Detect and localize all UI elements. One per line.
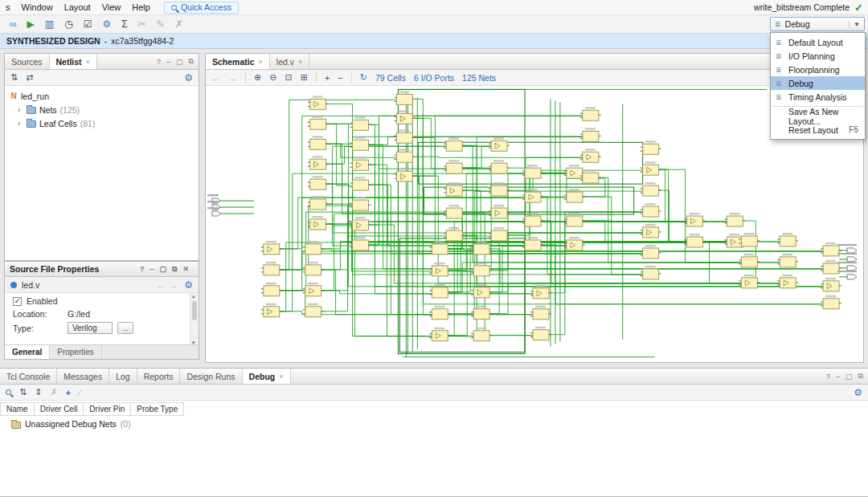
schematic-net[interactable] [549, 212, 643, 335]
unassigned-debug-nets-row[interactable]: Unassigned Debug Nets (0) [0, 416, 868, 429]
schematic-cell[interactable] [491, 230, 507, 241]
schematic-cell[interactable] [305, 265, 321, 275]
schematic-cell[interactable] [823, 246, 839, 256]
schematic-net[interactable] [462, 190, 481, 250]
schematic-output-port[interactable] [847, 266, 857, 271]
schematic-cell[interactable] [264, 307, 280, 317]
schematic-cell[interactable] [396, 132, 412, 143]
schematic-cell[interactable] [310, 179, 326, 189]
tab-close-icon[interactable]: × [298, 58, 302, 66]
run-icon[interactable]: ▶ [27, 19, 35, 29]
tab-reports[interactable]: Reports [137, 369, 181, 384]
schematic-cell[interactable] [727, 216, 743, 226]
delete-icon[interactable]: ✗ [50, 387, 57, 397]
schematic-cell[interactable] [432, 244, 448, 255]
edit-icon[interactable]: ✎ [157, 19, 165, 29]
zoom-selection-icon[interactable]: ⊞ [301, 72, 308, 83]
debug-settings-gear-icon[interactable]: ⚙ [854, 387, 862, 398]
schematic-cell[interactable] [583, 131, 599, 141]
schematic-cell[interactable] [446, 230, 462, 241]
forward-icon[interactable]: → [228, 73, 237, 83]
zoom-in-icon[interactable]: ⊕ [254, 72, 261, 83]
schematic-cell[interactable] [396, 171, 412, 181]
schematic-net[interactable] [369, 245, 643, 254]
schematic-cell[interactable] [525, 216, 541, 226]
menu-item-window[interactable]: Window [16, 2, 59, 12]
tab-schematic[interactable]: Schematic × [206, 54, 270, 69]
schematic-net[interactable] [321, 270, 432, 315]
collapse-all-icon[interactable]: ⇅ [19, 387, 27, 397]
cancel-icon[interactable]: ✗ [175, 19, 183, 29]
schematic-cell[interactable] [823, 299, 839, 309]
schematic-cell[interactable] [396, 94, 412, 104]
column-name[interactable]: Name [0, 402, 35, 416]
enabled-checkbox[interactable]: ✓ [13, 297, 22, 306]
tab-netlist[interactable]: Netlist × [50, 54, 97, 69]
schematic-cell[interactable] [264, 286, 280, 296]
menu-item-save-as-new-layout[interactable]: Save As New Layout... [771, 109, 865, 123]
maximize-icon[interactable]: ▢ [176, 58, 183, 66]
schematic-canvas[interactable] [206, 88, 863, 362]
schematic-cell[interactable] [643, 144, 659, 154]
expand-all-icon[interactable]: ⇕ [35, 387, 42, 397]
schematic-cell[interactable] [823, 281, 839, 291]
search-icon[interactable] [6, 389, 11, 395]
clock-icon[interactable]: ◷ [64, 19, 72, 29]
minimize-icon[interactable]: – [836, 373, 840, 381]
schematic-output-port[interactable] [847, 257, 857, 262]
schematic-cell[interactable] [446, 141, 462, 151]
tab-close-icon[interactable]: × [259, 58, 263, 66]
schematic-cell[interactable] [643, 269, 659, 279]
tab-log[interactable]: Log [109, 369, 137, 384]
tree-item-leaf-cells[interactable]: › Leaf Cells (81) [5, 116, 199, 130]
schematic-cell[interactable] [353, 160, 369, 170]
infinity-icon[interactable]: ∞ [10, 19, 17, 29]
schematic-cell[interactable] [780, 278, 796, 288]
schematic-cell[interactable] [310, 199, 326, 210]
menu-item-partial[interactable]: s [0, 2, 16, 12]
schematic-net[interactable] [583, 221, 742, 242]
netlist-settings-gear-icon[interactable]: ⚙ [184, 72, 193, 84]
settings-gear-icon[interactable]: ⚙ [102, 19, 111, 29]
schematic-cell[interactable] [432, 266, 448, 276]
schematic-cell[interactable] [446, 163, 462, 173]
menu-item-help[interactable]: Help [126, 2, 156, 12]
schematic-cell[interactable] [310, 119, 326, 129]
menu-item-reset-layout[interactable]: Reset Layout F5 [771, 123, 865, 136]
schematic-cell[interactable] [567, 168, 583, 178]
close-icon[interactable]: ✕ [182, 265, 189, 273]
schematic-cell[interactable] [741, 236, 757, 246]
tab-messages[interactable]: Messages [57, 369, 109, 384]
schematic-cell[interactable] [353, 120, 369, 130]
schematic-cell[interactable] [741, 278, 757, 288]
menu-item-layout[interactable]: Layout [59, 2, 96, 12]
schematic-input-port[interactable] [212, 211, 220, 216]
schematic-cell[interactable] [583, 173, 599, 183]
menu-item-default-layout[interactable]: ≣ Default Layout [771, 35, 865, 49]
column-probe-type[interactable]: Probe Type [131, 402, 184, 416]
expand-cone-icon[interactable]: + [325, 73, 330, 83]
schematic-cell[interactable] [823, 263, 839, 274]
menu-item-timing-analysis[interactable]: ≣ Timing Analysis [771, 90, 865, 104]
schematic-cell[interactable] [567, 216, 583, 226]
maximize-icon[interactable]: ▢ [845, 373, 853, 381]
zoom-fit-icon[interactable]: ⊡ [285, 72, 292, 83]
schematic-cell[interactable] [533, 288, 549, 299]
schematic-cell[interactable] [643, 227, 659, 238]
schematic-cell[interactable] [643, 185, 659, 196]
checklist-icon[interactable]: ☑ [84, 19, 92, 29]
schematic-cell[interactable] [643, 248, 659, 259]
schematic-net[interactable] [659, 169, 742, 242]
schematic-cell[interactable] [310, 99, 326, 109]
schematic-cell[interactable] [353, 240, 369, 251]
schematic-cell[interactable] [533, 330, 549, 340]
schematic-cell[interactable] [353, 220, 369, 230]
schematic-cell[interactable] [567, 240, 583, 251]
schematic-cell[interactable] [396, 113, 412, 124]
help-icon[interactable]: ? [140, 265, 145, 273]
sigma-icon[interactable]: Σ [121, 19, 127, 29]
schematic-cell[interactable] [687, 237, 703, 247]
schematic-cell[interactable] [525, 168, 541, 178]
schematic-cell[interactable] [432, 287, 448, 298]
schematic-cell[interactable] [780, 236, 796, 246]
